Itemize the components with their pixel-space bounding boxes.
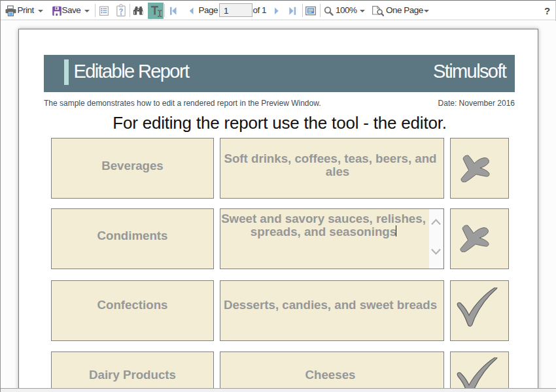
svg-text:?: ?: [119, 7, 123, 15]
